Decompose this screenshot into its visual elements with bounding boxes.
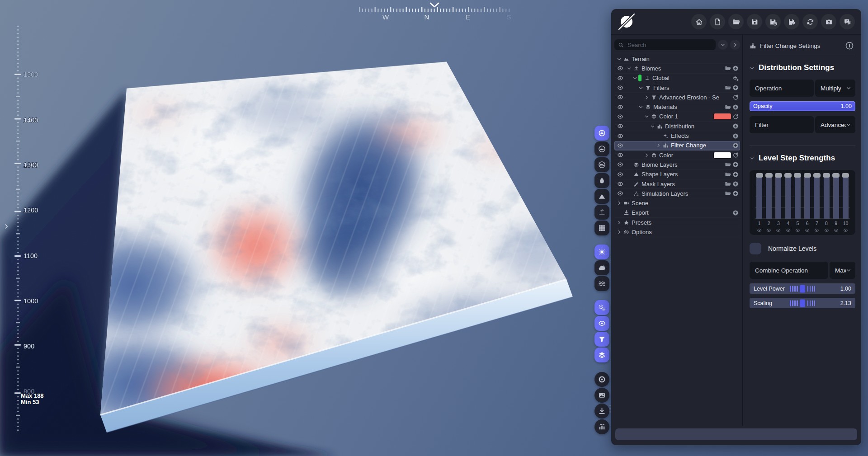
visibility-eye-icon[interactable] <box>615 171 625 178</box>
add-button[interactable] <box>732 142 739 149</box>
grid-view-button[interactable] <box>594 221 609 235</box>
level-step-slider-5[interactable] <box>795 175 801 219</box>
visibility-eye-icon[interactable] <box>615 123 625 129</box>
level-step-slider-6[interactable] <box>804 175 810 219</box>
level-step-eye-icon[interactable] <box>756 228 762 233</box>
processing-button[interactable] <box>594 300 609 315</box>
sidebar-expand-chevron[interactable] <box>2 221 11 232</box>
level-step-slider-4[interactable] <box>785 175 791 219</box>
tree-row-simulation-layers[interactable]: Simulation Layers <box>614 189 740 198</box>
chevron-down-icon[interactable] <box>649 124 656 129</box>
water-waves-button[interactable] <box>594 276 609 291</box>
level-step-eye-icon[interactable] <box>775 228 781 233</box>
sync-button[interactable] <box>802 14 818 29</box>
refresh-button[interactable] <box>732 152 739 158</box>
add-button[interactable] <box>732 123 739 129</box>
tree-row-biome-layers[interactable]: Biome Layers <box>614 160 740 169</box>
tree-row-filters[interactable]: Filters <box>614 83 740 93</box>
slider-handle[interactable] <box>832 173 840 178</box>
tree-row-global[interactable]: Global <box>614 74 740 83</box>
slider-handle[interactable] <box>794 173 801 178</box>
tree-row-mask-layers[interactable]: Mask Layers <box>614 179 740 189</box>
add-button[interactable] <box>732 133 739 139</box>
add-button[interactable] <box>732 171 739 178</box>
level-step-slider-9[interactable] <box>833 175 839 219</box>
save-new-button[interactable] <box>765 14 781 29</box>
level-step-slider-8[interactable] <box>824 175 830 219</box>
visibility-eye-icon[interactable] <box>615 142 625 149</box>
folder-icon[interactable] <box>725 65 731 71</box>
level-power-slider[interactable]: Level Power 1.00 <box>750 283 855 294</box>
tree-row-materials[interactable]: Materials <box>614 102 740 112</box>
tree-row-presets[interactable]: Presets <box>614 218 740 227</box>
chevron-down-icon[interactable] <box>643 114 650 119</box>
color-swatch[interactable] <box>714 113 731 119</box>
snapshot-image-button[interactable] <box>594 388 609 403</box>
slider-handle[interactable] <box>775 173 782 178</box>
add-button[interactable] <box>732 85 739 91</box>
tree-row-distribution[interactable]: Distribution <box>614 122 740 131</box>
search-next-button[interactable] <box>730 40 740 50</box>
level-step-eye-icon[interactable] <box>785 228 791 233</box>
folder-icon[interactable] <box>725 104 731 110</box>
level-step-slider-3[interactable] <box>775 175 781 219</box>
chevron-right-icon[interactable] <box>643 95 650 100</box>
level-step-slider-1[interactable] <box>756 175 762 219</box>
level-step-eye-icon[interactable] <box>804 228 810 233</box>
view-gizmo-button[interactable] <box>594 126 609 141</box>
tree-row-color-1[interactable]: Color 1 <box>614 112 740 122</box>
search-input[interactable] <box>627 41 712 49</box>
level-step-eye-icon[interactable] <box>833 228 839 233</box>
operation-select[interactable]: Multiply <box>815 80 855 97</box>
refresh-button[interactable] <box>732 94 739 100</box>
export-download-button[interactable] <box>594 404 609 418</box>
slider-handle[interactable] <box>765 173 773 178</box>
tree-row-biomes[interactable]: Biomes <box>614 64 740 73</box>
folder-icon[interactable] <box>725 181 731 187</box>
visibility-eye-icon[interactable] <box>615 133 625 139</box>
chevron-down-icon[interactable] <box>625 66 632 71</box>
level-step-eye-icon[interactable] <box>824 228 830 233</box>
folder-icon[interactable] <box>725 85 731 91</box>
mountains-button[interactable] <box>594 189 609 204</box>
slider-scrubber[interactable] <box>790 299 815 307</box>
slider-scrubber[interactable] <box>790 285 815 292</box>
clouds-button[interactable] <box>594 260 609 275</box>
water-button[interactable] <box>594 173 609 188</box>
slider-handle[interactable] <box>813 173 821 178</box>
chevron-down-icon[interactable] <box>631 75 638 80</box>
slider-handle[interactable] <box>842 173 849 178</box>
chevron-right-icon[interactable] <box>615 201 623 206</box>
tree-row-effects[interactable]: Effects <box>614 131 740 141</box>
level-step-eye-icon[interactable] <box>766 228 772 233</box>
add-button[interactable] <box>732 190 739 197</box>
level-step-slider-7[interactable] <box>814 175 820 219</box>
biome-view-button[interactable] <box>594 205 609 220</box>
terrain-view-button[interactable] <box>594 141 609 156</box>
add-button[interactable] <box>732 161 739 168</box>
add-button[interactable] <box>732 104 739 110</box>
lighting-button[interactable] <box>594 244 609 259</box>
visibility-eye-icon[interactable] <box>615 104 625 110</box>
add-layer-button[interactable] <box>732 75 739 81</box>
filters-toggle-button[interactable] <box>594 332 609 347</box>
visibility-eye-icon[interactable] <box>615 85 625 91</box>
visibility-button[interactable] <box>594 316 609 331</box>
visibility-eye-icon[interactable] <box>615 161 625 168</box>
visibility-eye-icon[interactable] <box>615 75 625 81</box>
normalize-levels-checkbox[interactable] <box>750 243 761 254</box>
statistics-button[interactable] <box>594 419 609 434</box>
chevron-down-icon[interactable] <box>615 56 623 61</box>
section-distribution-settings[interactable]: Distribution Settings <box>750 63 855 72</box>
filter-select[interactable]: Advanced Erosion - <box>815 116 855 133</box>
combine-operation-select[interactable]: Max <box>830 262 855 279</box>
visibility-eye-icon[interactable] <box>615 94 625 100</box>
add-button[interactable] <box>732 210 739 216</box>
chevron-right-icon[interactable] <box>615 230 623 235</box>
compass[interactable]: WNES <box>316 0 552 24</box>
visibility-eye-icon[interactable] <box>615 190 625 197</box>
level-step-eye-icon[interactable] <box>795 228 801 233</box>
scaling-slider[interactable]: Scaling 2.13 <box>750 298 855 308</box>
help-button[interactable]: ? <box>840 14 855 29</box>
search-prev-button[interactable] <box>718 40 728 50</box>
